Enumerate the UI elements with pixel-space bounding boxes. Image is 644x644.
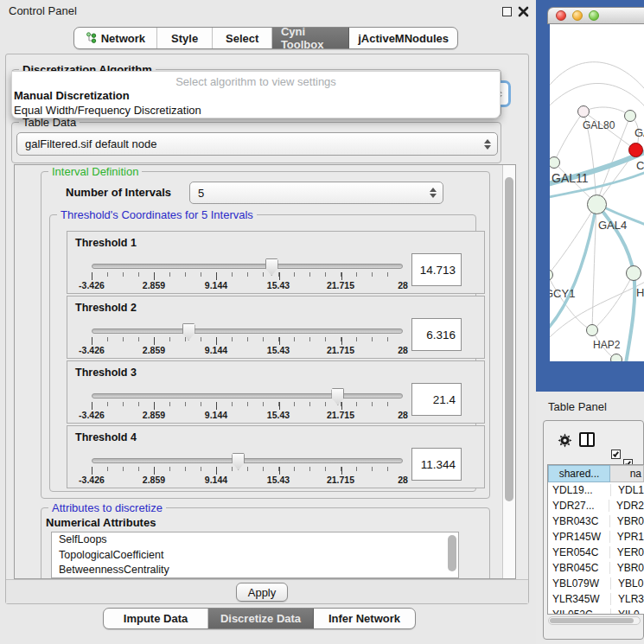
table-data-group: Table Data galFiltered.sif default node — [11, 122, 501, 163]
network-canvas[interactable]: GAL80 GA C GAL11 GAL4 GCY1 H HAP2 — [550, 24, 644, 361]
tick-label: 21.715 — [327, 410, 354, 420]
column-layout-icon[interactable] — [579, 432, 595, 447]
apply-button[interactable]: Apply — [236, 583, 288, 602]
table-row[interactable]: YER054CYER0 — [548, 545, 644, 560]
cell[interactable]: YBR0 — [609, 515, 644, 527]
vertical-scrollbar[interactable] — [502, 165, 515, 578]
popup-option-manual-discretization[interactable]: Manual Discretization — [12, 88, 500, 103]
cell[interactable]: YBL079W — [548, 577, 610, 590]
combobox-stepper-icon — [429, 187, 437, 199]
table-row[interactable]: YPR145WYPR1 — [548, 529, 644, 545]
cell[interactable]: YBR0 — [609, 562, 644, 574]
tab-discretize-data[interactable]: Discretize Data — [208, 609, 314, 628]
cell[interactable]: YLR3 — [610, 593, 644, 605]
tab-style-label: Style — [171, 32, 198, 45]
node-attribute-table[interactable]: shared... na YDL19...YDL1 YDR27...YDR2 Y… — [547, 464, 644, 615]
checkbox-icon[interactable] — [611, 450, 621, 459]
tick-label: 9.144 — [205, 410, 227, 420]
slider-major-ticks — [92, 337, 404, 345]
cell[interactable]: YPR145W — [548, 531, 609, 543]
number-of-intervals-label: Number of Intervals — [66, 186, 171, 199]
threshold-4-value-field[interactable]: 11.344 — [411, 448, 462, 481]
vertical-scrollbar-thumb[interactable] — [505, 177, 513, 501]
network-node-hap2[interactable] — [586, 324, 598, 336]
table-data-combobox[interactable]: galFiltered.sif default node — [16, 132, 498, 156]
node-label-hap2: HAP2 — [593, 339, 620, 351]
cell[interactable]: YBR043C — [548, 515, 609, 527]
close-icon[interactable] — [518, 6, 529, 17]
list-scrollbar[interactable] — [448, 535, 456, 571]
horizontal-scrollbar[interactable] — [548, 616, 641, 625]
tab-impute-data[interactable]: Impute Data — [104, 609, 208, 628]
slider-tick-labels: -3.426 2.859 9.144 15.43 21.715 28 — [92, 345, 403, 355]
network-node[interactable] — [626, 265, 641, 281]
threshold-3-slider[interactable] — [92, 392, 403, 400]
gear-icon[interactable] — [558, 433, 572, 448]
node-label-gal80: GAL80 — [583, 119, 615, 131]
mac-minimize-icon[interactable] — [572, 10, 583, 21]
float-panel-icon[interactable] — [502, 7, 512, 16]
threshold-4-slider[interactable] — [92, 456, 403, 465]
mac-zoom-icon[interactable] — [589, 10, 599, 21]
cell[interactable]: YBR045C — [548, 562, 609, 574]
threshold-2-value-field[interactable]: 6.316 — [411, 318, 462, 351]
cell[interactable]: YIL052C — [548, 609, 610, 615]
cell[interactable]: YDR2 — [609, 500, 644, 512]
column-header-name[interactable]: na — [610, 465, 644, 482]
tick-label: -3.426 — [79, 280, 105, 290]
table-row[interactable]: YDR27...YDR2 — [548, 498, 644, 513]
network-window-titlebar[interactable] — [547, 7, 644, 24]
tab-select[interactable]: Select — [213, 28, 271, 48]
tick-label: 21.715 — [327, 475, 354, 485]
mac-close-icon[interactable] — [556, 10, 566, 21]
tab-style[interactable]: Style — [157, 28, 214, 48]
network-node-gal4[interactable] — [587, 194, 607, 214]
list-item[interactable]: SelfLoops — [52, 532, 458, 548]
cell[interactable]: YDL1 — [610, 484, 644, 496]
cell[interactable]: YIL0 — [610, 609, 644, 615]
tab-jactivemnodules[interactable]: jActiveMNodules — [349, 28, 457, 48]
threshold-2-slider[interactable] — [92, 327, 403, 335]
cell[interactable]: YPR1 — [609, 531, 644, 543]
table-row[interactable]: YIL052CYIL0 — [548, 607, 644, 615]
tab-infer-network[interactable]: Infer Network — [314, 609, 415, 628]
threshold-4-label: Threshold 4 — [75, 431, 137, 443]
horizontal-scrollbar-thumb[interactable] — [550, 618, 634, 623]
tab-network[interactable]: Network — [74, 28, 157, 48]
attributes-group-title: Attributes to discretize — [48, 501, 166, 514]
list-item[interactable]: BetweennessCentrality — [52, 563, 458, 578]
column-header-shared-name[interactable]: shared... — [548, 465, 610, 482]
network-node-selected-red[interactable] — [628, 143, 643, 157]
numerical-attributes-list[interactable]: SelfLoops TopologicalCoefficient Between… — [51, 532, 459, 578]
table-row[interactable]: YLR345WYLR3 — [548, 591, 644, 607]
control-panel-title: Control Panel — [9, 4, 77, 17]
cell[interactable]: YBL0 — [610, 577, 644, 590]
tick-label: -3.426 — [79, 475, 105, 485]
cell[interactable]: YLR345W — [548, 593, 610, 605]
threshold-1-slider[interactable] — [92, 262, 403, 271]
network-node[interactable] — [610, 354, 622, 361]
cell[interactable]: YER054C — [548, 546, 609, 558]
table-row[interactable]: YBR045CYBR0 — [548, 560, 644, 576]
tick-label: 2.859 — [143, 345, 165, 355]
table-row[interactable]: YBR043CYBR0 — [548, 513, 644, 529]
table-header-row: shared... na — [548, 465, 644, 482]
cell[interactable]: YDL19... — [548, 484, 610, 496]
table-row[interactable]: YBL079WYBL0 — [548, 576, 644, 591]
tick-label: 15.43 — [267, 280, 290, 290]
tick-label: 15.43 — [267, 475, 290, 485]
cell[interactable]: YDR27... — [548, 500, 609, 512]
tab-cyni-toolbox[interactable]: Cyni Toolbox — [272, 28, 349, 48]
threshold-2-row: Threshold 2 -3.426 2.859 9.144 15.43 21.… — [67, 296, 485, 359]
network-node-gal80[interactable] — [577, 105, 590, 118]
threshold-3-value-field[interactable]: 21.4 — [411, 383, 462, 416]
threshold-1-value-field[interactable]: 14.713 — [411, 253, 462, 286]
cell[interactable]: YER0 — [609, 546, 644, 558]
number-of-intervals-combobox[interactable]: 5 — [189, 182, 443, 204]
slider-major-ticks — [92, 467, 404, 475]
popup-option-equal-width[interactable]: Equal Width/Frequency Discretization — [12, 103, 500, 118]
table-row[interactable]: YDL19...YDL1 — [548, 482, 644, 498]
tick-label: 2.859 — [143, 280, 165, 290]
network-node[interactable] — [624, 110, 636, 122]
list-item[interactable]: TopologicalCoefficient — [52, 548, 458, 564]
